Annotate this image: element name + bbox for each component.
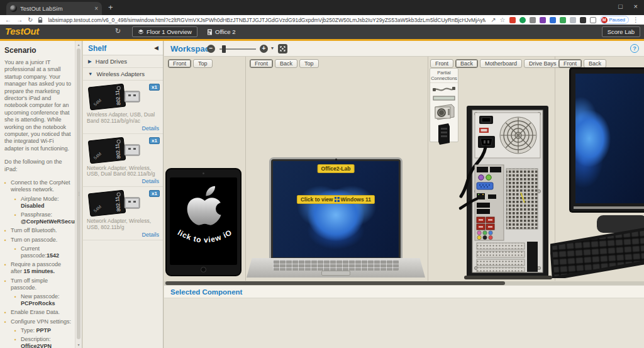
extension-icon[interactable] [509, 17, 516, 23]
partial-connections-panel: Partial Connections [430, 68, 458, 142]
wireless-adapter-image[interactable]: 802.11 54M [88, 137, 143, 164]
extension-icon[interactable] [550, 17, 556, 23]
computer-view-buttons: Front Back Motherboard Drive Bays [430, 59, 564, 68]
monitor-view-back-button[interactable]: Back [584, 59, 606, 68]
refresh-icon[interactable]: ↻ [115, 27, 121, 35]
ipad-view-top-button[interactable]: Top [193, 59, 213, 68]
laptop-screen[interactable]: Office2-Lab Click to viewWindows 11 [273, 161, 399, 257]
keyboard-device[interactable] [550, 225, 644, 278]
workspace-canvas: Front Top Front Back Top Front Back Moth… [164, 57, 644, 281]
task-item: Configure VPN settings: Type: PPTP Descr… [4, 318, 73, 348]
extension-icon[interactable] [560, 17, 566, 23]
monitor-device[interactable] [569, 67, 644, 213]
side-panel-icon[interactable] [590, 17, 596, 23]
shelf-header: Shelf ◀ [83, 41, 163, 55]
collapse-shelf-icon[interactable]: ◀ [154, 45, 158, 51]
details-link[interactable]: Details [87, 178, 159, 184]
scrollbar-thumb[interactable]: ⋮ [77, 48, 80, 339]
scroll-down-icon[interactable]: ▾ [75, 342, 82, 347]
expansion-slots [477, 243, 525, 272]
computer-tower-back[interactable] [467, 106, 548, 277]
zoom-in-button[interactable]: + [260, 45, 268, 53]
scroll-up-icon[interactable]: ▴ [75, 42, 82, 47]
shelf-section-hard-drives[interactable]: ▶ Hard Drives [83, 55, 163, 68]
zoom-slider[interactable] [219, 48, 256, 50]
forward-icon[interactable]: → [16, 17, 23, 23]
details-link[interactable]: Details [87, 125, 159, 132]
bookmark-star-icon[interactable]: ☆ [500, 17, 506, 23]
laptop-device[interactable]: Office2-Lab Click to viewWindows 11 [247, 157, 425, 278]
vent-grille [506, 169, 538, 229]
address-bar[interactable]: labsimapp.testout.com/v6_0_498/simwindow… [48, 17, 486, 23]
extension-icon[interactable] [570, 17, 576, 23]
ipad-home-button[interactable] [201, 267, 206, 272]
scenario-scrollbar[interactable]: ▴ ⋮ ▾ [75, 41, 82, 348]
extensions-puzzle-icon[interactable] [580, 17, 586, 23]
help-icon[interactable]: ? [630, 44, 639, 53]
computer-view-drive-bays-button[interactable]: Drive Bays [524, 59, 562, 68]
lock-icon [38, 17, 43, 23]
laptop-camera-icon [335, 159, 337, 160]
laptop-base [247, 258, 425, 278]
laptop-view-back-button[interactable]: Back [275, 59, 297, 68]
power-supply-thumbnail[interactable] [433, 103, 455, 120]
floor-overview-button[interactable]: Floor 1 Overview [132, 26, 197, 37]
ipad-view-front-button[interactable]: Front [168, 59, 191, 68]
laptop-view-front-button[interactable]: Front [250, 59, 273, 68]
tower-shadow [464, 276, 552, 279]
monitor-view-front-button[interactable]: Front [558, 59, 582, 68]
shelf-panel: Shelf ◀ ▶ Hard Drives ▼ Wireless Adapter… [83, 41, 164, 348]
tab-favicon-icon [10, 5, 17, 12]
laptop-click-to-view-label[interactable]: Click to viewWindows 11 [297, 195, 375, 204]
shelf-item-adapter-bg: x1 802.11 54M Network Adapter, Wireless,… [83, 187, 163, 240]
extension-icon[interactable] [540, 17, 546, 23]
browser-menu-icon[interactable]: ⋮ [633, 17, 639, 23]
testout-labsim-window: TestOut LabSim × + □ × ← → ↻ labsimapp.t… [0, 0, 644, 348]
sync-status: Paused [609, 17, 625, 23]
quantity-badge: x1 [149, 137, 160, 144]
item-caption: Wireless Adapter, USB, Dual Band 802.11a… [87, 112, 159, 125]
blank-plate-thumbnail[interactable] [433, 96, 455, 101]
office-2-button[interactable]: Office 2 [201, 26, 242, 37]
browser-toolbar: ← → ↻ labsimapp.testout.com/v6_0_498/sim… [0, 15, 644, 25]
quantity-badge: x1 [149, 84, 160, 91]
usb-ports [477, 209, 490, 214]
back-icon[interactable]: ← [5, 17, 11, 23]
item-caption: Network Adapter, Wireless, USB, Dual Ban… [87, 166, 159, 178]
scenario-panel: Scenario You are a junior IT professiona… [0, 41, 82, 348]
shelf-section-wireless-adapters[interactable]: ▼ Wireless Adapters [83, 68, 163, 81]
window-restore-button[interactable]: □ [618, 3, 623, 10]
zoom-out-button[interactable]: − [207, 45, 215, 53]
wireless-adapter-image[interactable]: 802.11 54M [88, 190, 143, 216]
ipad-device[interactable]: Click to view iOS [165, 168, 242, 276]
camera-extension-icon[interactable] [530, 17, 536, 23]
wireless-adapter-image[interactable]: 802.11 54M [88, 84, 143, 110]
score-lab-button[interactable]: Score Lab [602, 26, 640, 37]
laptop-name-label: Office2-Lab [318, 164, 355, 173]
browser-tab[interactable]: TestOut LabSim × [6, 2, 102, 15]
reload-icon[interactable]: ↻ [28, 17, 33, 23]
extension-icon[interactable] [519, 17, 526, 23]
details-link[interactable]: Details [87, 232, 159, 238]
zoom-slider-handle[interactable] [222, 45, 226, 53]
task-subitem: Description: Office2VPN [14, 336, 73, 348]
ipad-task-list: Connect to the CorpNet wireless network.… [4, 179, 73, 348]
apple-logo-icon [187, 186, 229, 225]
computer-view-front-button[interactable]: Front [430, 59, 453, 68]
fit-to-screen-button[interactable] [278, 44, 287, 53]
task-item: Require a passcode after 15 minutes. [4, 261, 73, 275]
computer-view-motherboard-button[interactable]: Motherboard [480, 59, 522, 68]
profile-button[interactable]: M Paused [600, 16, 629, 24]
window-close-button[interactable]: × [634, 3, 638, 10]
laptop-lid: Office2-Lab Click to viewWindows 11 [269, 157, 402, 259]
share-icon[interactable]: ↗ [491, 17, 496, 23]
tab-close-icon[interactable]: × [94, 5, 98, 12]
power-cable-thumbnail[interactable] [432, 86, 456, 93]
ipad-screen[interactable]: Click to view iOS [170, 177, 237, 265]
ipad-view-buttons: Front Top [168, 59, 214, 68]
case-part-thumbnail[interactable] [437, 123, 451, 145]
new-tab-button[interactable]: + [108, 3, 113, 12]
zoom-menu-caret-icon[interactable]: ▾ [271, 45, 274, 51]
laptop-view-top-button[interactable]: Top [299, 59, 319, 68]
computer-view-back-button[interactable]: Back [455, 59, 478, 68]
